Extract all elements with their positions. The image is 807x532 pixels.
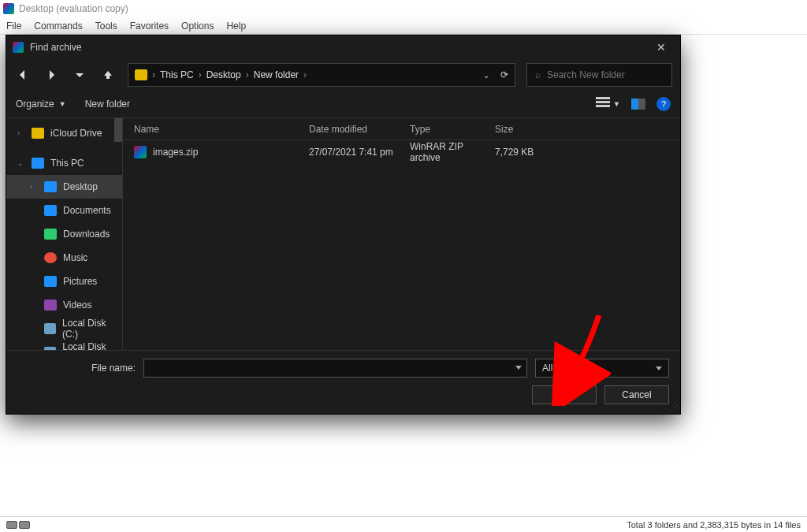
menu-commands[interactable]: Commands [34, 20, 82, 32]
filetype-filter[interactable]: All archives [535, 359, 669, 378]
hdd-icon [19, 521, 30, 529]
file-list: Name Date modified Type Size images.zip … [123, 118, 680, 350]
address-dropdown-icon[interactable]: ⌄ [483, 71, 489, 80]
music-icon [44, 252, 57, 263]
folder-icon [32, 128, 44, 139]
chevron-right-icon: › [303, 69, 307, 80]
search-icon: ⌕ [535, 69, 541, 80]
close-button[interactable]: ✕ [650, 38, 672, 57]
winrar-icon [3, 3, 14, 14]
dialog-titlebar: Find archive ✕ [6, 35, 680, 59]
desktop-icon [44, 181, 57, 192]
sidebar-item-disk-e[interactable]: Local Disk (E:) [6, 340, 122, 350]
col-name[interactable]: Name [134, 124, 309, 135]
parent-titlebar: Desktop (evaluation copy) [0, 0, 807, 17]
crumb-desktop[interactable]: Desktop [206, 69, 241, 80]
sidebar-item-disk-c[interactable]: Local Disk (C:) [6, 317, 122, 340]
forward-button[interactable] [43, 66, 60, 84]
back-button[interactable] [14, 66, 32, 84]
view-dropdown[interactable]: ▼ [596, 97, 620, 111]
pc-icon [32, 158, 44, 169]
col-date[interactable]: Date modified [309, 124, 410, 135]
disk-icon [44, 323, 56, 334]
disk-icons [6, 521, 30, 529]
chevron-down-icon: ⌄ [17, 159, 25, 167]
documents-icon [44, 205, 57, 216]
recent-dropdown[interactable] [71, 66, 88, 84]
newfolder-button[interactable]: New folder [85, 99, 130, 110]
chevron-down-icon: ▼ [59, 100, 66, 108]
parent-title-text: Desktop (evaluation copy) [19, 3, 128, 14]
filename-input[interactable] [143, 359, 527, 378]
address-bar[interactable]: › This PC › Desktop › New folder › ⌄ ⟳ [128, 63, 515, 87]
help-button[interactable]: ? [656, 97, 671, 111]
list-view-icon [596, 97, 610, 111]
search-input[interactable]: ⌕ Search New folder [526, 63, 672, 87]
menu-file[interactable]: File [6, 20, 21, 32]
videos-icon [44, 299, 57, 311]
col-type[interactable]: Type [410, 124, 495, 135]
search-placeholder: Search New folder [547, 69, 625, 80]
chevron-down-icon: ▼ [613, 100, 620, 108]
folder-icon [135, 69, 147, 80]
sidebar: ›iCloud Drive ⌄This PC ›Desktop Document… [6, 118, 123, 350]
menu-tools[interactable]: Tools [95, 20, 117, 32]
chevron-right-icon: › [246, 69, 249, 80]
resize-grip[interactable]: ⋰ [671, 404, 679, 412]
status-text: Total 3 folders and 2,383,315 bytes in 1… [627, 520, 801, 530]
menu-help[interactable]: Help [226, 20, 246, 32]
nav-row: › This PC › Desktop › New folder › ⌄ ⟳ ⌕… [6, 59, 680, 91]
filename-label: File name: [17, 363, 136, 374]
sidebar-item-thispc[interactable]: ⌄This PC [6, 151, 122, 175]
organize-button[interactable]: Organize ▼ [16, 99, 66, 110]
chevron-right-icon: › [152, 69, 155, 80]
archive-icon [134, 146, 147, 158]
crumb-this-pc[interactable]: This PC [160, 69, 194, 80]
cancel-button[interactable]: Cancel [604, 385, 669, 404]
col-size[interactable]: Size [495, 124, 680, 135]
parent-menubar: File Commands Tools Favorites Options He… [0, 17, 807, 35]
status-bar: Total 3 folders and 2,383,315 bytes in 1… [0, 516, 807, 532]
sidebar-item-desktop[interactable]: ›Desktop [6, 175, 122, 199]
pictures-icon [44, 276, 57, 287]
open-button[interactable]: Open [532, 385, 597, 404]
menu-favorites[interactable]: Favorites [130, 20, 169, 32]
chevron-right-icon: › [199, 69, 202, 80]
sidebar-item-icloud[interactable]: ›iCloud Drive [6, 121, 122, 145]
sidebar-item-documents[interactable]: Documents [6, 199, 122, 222]
downloads-icon [44, 229, 57, 240]
toolbar: Organize ▼ New folder ▼ ? [6, 91, 680, 117]
crumb-newfolder[interactable]: New folder [254, 69, 299, 80]
sidebar-item-music[interactable]: Music [6, 246, 122, 270]
hdd-icon [6, 521, 17, 529]
up-button[interactable] [99, 66, 117, 84]
refresh-icon[interactable]: ⟳ [500, 69, 508, 80]
file-row[interactable]: images.zip 27/07/2021 7:41 pm WinRAR ZIP… [123, 140, 680, 164]
sidebar-item-videos[interactable]: Videos [6, 293, 122, 317]
menu-options[interactable]: Options [181, 20, 214, 32]
chevron-right-icon: › [30, 183, 38, 191]
winrar-icon [13, 42, 24, 53]
sidebar-item-downloads[interactable]: Downloads [6, 222, 122, 246]
preview-pane-button[interactable] [631, 99, 645, 110]
find-archive-dialog: Find archive ✕ › This PC › Desktop › New… [6, 35, 680, 414]
column-headers: Name Date modified Type Size [123, 118, 680, 140]
chevron-right-icon: › [17, 129, 25, 137]
sidebar-item-pictures[interactable]: Pictures [6, 270, 122, 293]
dialog-title: Find archive [30, 42, 81, 53]
dialog-footer: File name: All archives Open Cancel ⋰ [6, 350, 680, 414]
